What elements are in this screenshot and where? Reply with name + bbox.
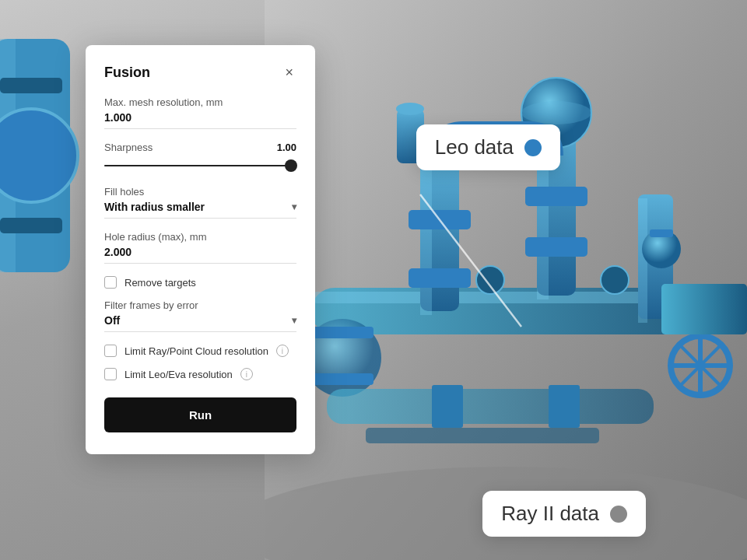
limit-ray-label: Limit Ray/Point Cloud resolution <box>124 345 268 357</box>
svg-rect-12 <box>525 187 587 206</box>
limit-leo-row: Limit Leo/Eva resolution i <box>104 368 296 380</box>
remove-targets-label: Remove targets <box>124 277 196 289</box>
limit-ray-info-icon[interactable]: i <box>276 345 289 357</box>
machinery-area <box>265 0 747 560</box>
sharpness-row: Sharpness 1.00 <box>104 142 296 173</box>
svg-rect-27 <box>311 373 374 385</box>
svg-rect-34 <box>366 428 599 443</box>
slider-thumb[interactable] <box>285 159 297 172</box>
limit-ray-checkbox[interactable] <box>104 345 117 357</box>
slider-fill <box>104 165 296 166</box>
filter-frames-label: Filter frames by error <box>104 299 296 311</box>
remove-targets-checkbox[interactable] <box>104 276 117 289</box>
svg-point-21 <box>521 101 591 124</box>
svg-point-23 <box>396 103 424 115</box>
svg-rect-36 <box>650 229 673 237</box>
sharpness-value: 1.00 <box>277 142 296 153</box>
leo-data-badge: Leo data <box>416 124 560 170</box>
ray-dot <box>610 506 627 523</box>
svg-rect-41 <box>0 78 62 93</box>
svg-rect-32 <box>432 385 463 428</box>
limit-ray-row: Limit Ray/Point Cloud resolution i <box>104 345 296 357</box>
filter-frames-arrow: ▾ <box>292 315 296 326</box>
sharpness-header: Sharpness 1.00 <box>104 142 296 153</box>
max-mesh-field: Max. mesh resolution, mm 1.000 <box>104 96 296 129</box>
fill-holes-select[interactable]: With radius smaller ▾ <box>104 201 296 219</box>
svg-rect-33 <box>549 385 580 428</box>
fill-holes-arrow: ▾ <box>292 201 296 212</box>
svg-rect-5 <box>420 159 432 315</box>
dialog-header: Fusion × <box>104 64 296 81</box>
slider-track <box>104 165 296 166</box>
max-mesh-value[interactable]: 1.000 <box>104 111 296 129</box>
svg-point-28 <box>476 266 504 294</box>
leo-dot <box>524 139 542 156</box>
fill-holes-value: With radius smaller <box>104 201 205 213</box>
sharpness-label: Sharpness <box>104 142 153 153</box>
filter-frames-field: Filter frames by error Off ▾ <box>104 299 296 332</box>
filter-frames-select[interactable]: Off ▾ <box>104 314 296 332</box>
remove-targets-row: Remove targets <box>104 276 296 289</box>
svg-point-29 <box>601 266 629 294</box>
dialog-title: Fusion <box>104 65 150 81</box>
close-button[interactable]: × <box>282 64 296 81</box>
leo-data-label: Leo data <box>435 135 514 159</box>
filter-frames-value: Off <box>104 314 120 327</box>
svg-rect-26 <box>311 327 374 338</box>
hole-radius-label: Hole radius (max), mm <box>104 231 296 243</box>
limit-leo-info-icon[interactable]: i <box>240 368 253 380</box>
svg-rect-24 <box>661 284 747 334</box>
limit-leo-label: Limit Leo/Eva resolution <box>124 369 233 380</box>
hole-radius-field: Hole radius (max), mm 2.000 <box>104 231 296 264</box>
ray-data-label: Ray II data <box>501 502 599 526</box>
fill-holes-field: Fill holes With radius smaller ▾ <box>104 186 296 219</box>
limit-leo-checkbox[interactable] <box>104 368 117 380</box>
svg-rect-13 <box>525 237 587 257</box>
sharpness-slider[interactable] <box>104 158 296 173</box>
svg-rect-42 <box>0 218 62 233</box>
svg-rect-11 <box>409 268 471 288</box>
max-mesh-label: Max. mesh resolution, mm <box>104 96 296 108</box>
hole-radius-value[interactable]: 2.000 <box>104 246 296 264</box>
fill-holes-label: Fill holes <box>104 186 296 198</box>
fusion-dialog: Fusion × Max. mesh resolution, mm 1.000 … <box>86 45 315 454</box>
svg-rect-31 <box>327 389 654 424</box>
run-button[interactable]: Run <box>104 397 296 432</box>
ray-data-badge: Ray II data <box>482 491 646 537</box>
